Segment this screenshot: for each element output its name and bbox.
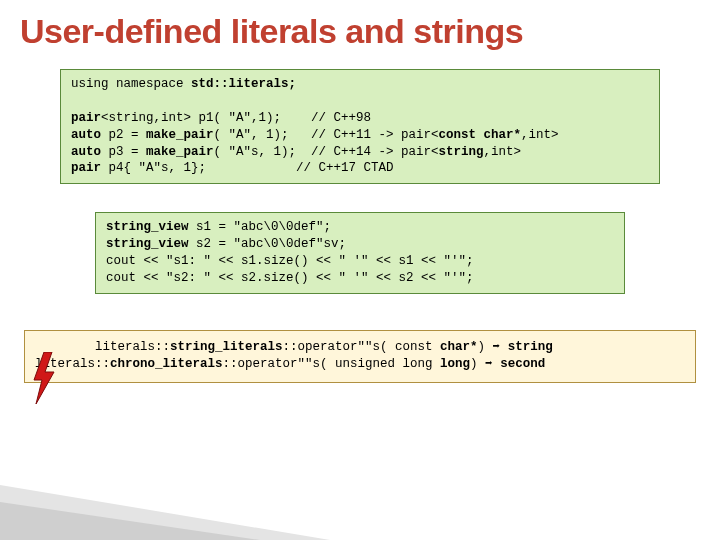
type: long — [440, 357, 470, 371]
txt: ) ➡ — [470, 357, 500, 371]
ns: chrono_literals — [110, 357, 223, 371]
txt: cout << "s2: " << s2.size() << " '" << s… — [106, 271, 474, 285]
txt: p2 = — [101, 128, 146, 142]
txt: ::operator""s( const — [283, 340, 441, 354]
txt: ,int> — [484, 145, 522, 159]
txt: ( "A", 1); // C++11 -> pair< — [214, 128, 439, 142]
type: string — [439, 145, 484, 159]
lightning-icon — [30, 352, 58, 404]
type: const char* — [439, 128, 522, 142]
txt: ( "A"s, 1); // C++14 -> pair< — [214, 145, 439, 159]
ns: string_literals — [170, 340, 283, 354]
kw: auto — [71, 128, 101, 142]
txt: p4{ "A"s, 1}; // C++17 CTAD — [101, 161, 394, 175]
kw: auto — [71, 145, 101, 159]
txt: s2 = "abc\0\0def"sv; — [189, 237, 347, 251]
type: string — [508, 340, 553, 354]
fn: make_pair — [146, 128, 214, 142]
kw: using namespace — [71, 77, 191, 91]
txt: s1 = "abc\0\0def"; — [189, 220, 332, 234]
code-block-3: literals::string_literals::operator""s( … — [24, 330, 696, 383]
slide-title: User-defined literals and strings — [0, 0, 720, 59]
type: string_view — [106, 237, 189, 251]
type: second — [500, 357, 545, 371]
txt: ::operator""s( unsigned long — [223, 357, 441, 371]
type: char* — [440, 340, 478, 354]
txt: ) ➡ — [478, 340, 508, 354]
fn: make_pair — [146, 145, 214, 159]
txt: p3 = — [101, 145, 146, 159]
txt: cout << "s1: " << s1.size() << " '" << s… — [106, 254, 474, 268]
txt: ,int> — [521, 128, 559, 142]
kw: pair — [71, 111, 101, 125]
code-block-2: string_view s1 = "abc\0\0def"; string_vi… — [95, 212, 625, 294]
decorative-wedge-inner — [0, 502, 260, 540]
kw: pair — [71, 161, 101, 175]
svg-marker-0 — [34, 352, 54, 404]
txt: <string,int> p1( "A",1); // C++98 — [101, 111, 371, 125]
type: string_view — [106, 220, 189, 234]
code-block-1: using namespace std::literals; pair<stri… — [60, 69, 660, 184]
ns: std::literals; — [191, 77, 296, 91]
